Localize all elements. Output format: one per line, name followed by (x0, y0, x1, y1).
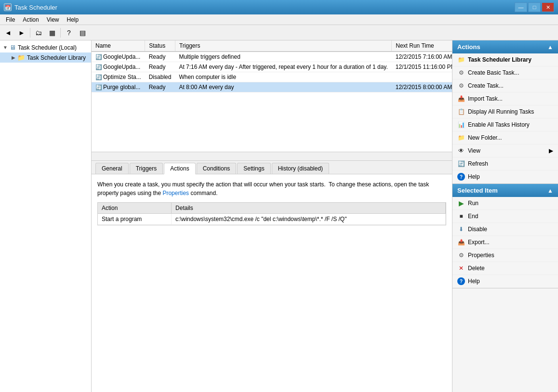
title-bar: 📅 Task Scheduler — □ ✕ (0, 0, 558, 14)
enable-icon: 📊 (457, 121, 465, 129)
toolbar-separator-2 (60, 28, 61, 38)
import-icon: 📥 (457, 95, 465, 103)
panel-item-display-running[interactable]: 📋 Display All Running Tasks (452, 105, 558, 118)
panel-title-selected: Selected Item (457, 187, 498, 194)
back-button[interactable]: ◄ (2, 27, 14, 39)
title-bar-left: 📅 Task Scheduler (4, 3, 57, 11)
panel-item-refresh[interactable]: 🔄 Refresh (452, 157, 558, 170)
minimize-button[interactable]: — (515, 2, 527, 12)
properties-icon: ⚙ (457, 251, 465, 259)
folder-icon: 📁 (17, 54, 25, 61)
action-details: c:\windows\system32\cmd.exe /c "del c:\w… (172, 214, 446, 225)
panel-label-delete: Delete (468, 265, 485, 272)
help-button[interactable]: ? (63, 27, 75, 39)
tab-settings[interactable]: Settings (237, 163, 270, 174)
panel-label-disable: Disable (468, 226, 487, 233)
panel-item-view[interactable]: 👁 View ▶ (452, 144, 558, 157)
task-status-2: Ready (145, 62, 175, 72)
forward-button[interactable]: ► (15, 27, 28, 39)
display-icon: 📋 (457, 108, 465, 116)
panel-item-export[interactable]: 📤 Export... (452, 236, 558, 249)
panel-label-enable-history: Enable All Tasks History (468, 121, 530, 128)
tab-area: General Triggers Actions Conditions Sett… (92, 161, 452, 392)
tab-triggers[interactable]: Triggers (130, 163, 163, 174)
panel-label-export: Export... (468, 239, 490, 246)
maximize-button[interactable]: □ (528, 2, 541, 12)
table-row[interactable]: 🔄GoogleUpda... Ready Multiple triggers d… (92, 52, 452, 62)
col-next-run[interactable]: Next Run Time (392, 40, 452, 52)
menu-file[interactable]: File (2, 15, 19, 24)
tab-history[interactable]: History (disabled) (272, 163, 329, 174)
details-button[interactable]: ▦ (46, 27, 58, 39)
tab-bar: General Triggers Actions Conditions Sett… (92, 161, 452, 174)
menu-view[interactable]: View (43, 15, 63, 24)
panel-collapse-arrow: ▲ (547, 44, 553, 51)
task-triggers-2: At 7:16 AM every day - After triggered, … (175, 62, 391, 72)
panel-item-help-selected[interactable]: ? Help (452, 275, 558, 288)
action-row[interactable]: Start a program c:\windows\system32\cmd.… (98, 214, 446, 225)
task-status-1: Ready (145, 52, 175, 62)
panel-item-create-basic[interactable]: ⚙ Create Basic Task... (452, 66, 558, 79)
col-triggers[interactable]: Triggers (175, 40, 391, 52)
tab-actions[interactable]: Actions (164, 163, 195, 174)
action-col-action: Action (98, 203, 172, 214)
sidebar-item-library[interactable]: ▶ 📁 Task Scheduler Library (0, 52, 91, 63)
table-row[interactable]: 🔄Optimize Sta... Disabled When computer … (92, 72, 452, 82)
panel-label-create-basic: Create Basic Task... (468, 69, 519, 76)
panel-item-enable-history[interactable]: 📊 Enable All Tasks History (452, 118, 558, 131)
expand-icon-library: ▶ (12, 55, 15, 60)
task-table-scroll[interactable]: Name Status Triggers Next Run Time 🔄Goog… (92, 40, 452, 152)
panel-label-create-task: Create Task... (468, 82, 504, 89)
task-nextrun-2: 12/1/2015 11:16:00 PM (392, 62, 452, 72)
show-hide-button[interactable]: 🗂 (32, 27, 45, 39)
panel-item-library[interactable]: 📁 Task Scheduler Library (452, 53, 558, 66)
panel-item-properties[interactable]: ⚙ Properties (452, 249, 558, 262)
tab-conditions[interactable]: Conditions (197, 163, 237, 174)
close-button[interactable]: ✕ (542, 2, 554, 12)
main-layout: ▼ 🖥 Task Scheduler (Local) ▶ 📁 Task Sche… (0, 40, 558, 392)
panel-label-display-running: Display All Running Tasks (468, 108, 534, 115)
panel-section-actions: Actions ▲ 📁 Task Scheduler Library ⚙ Cre… (452, 40, 558, 184)
tab-general[interactable]: General (95, 163, 129, 174)
table-row[interactable]: 🔄GoogleUpda... Ready At 7:16 AM every da… (92, 62, 452, 72)
task-status-4: Ready (145, 82, 175, 92)
create-basic-icon: ⚙ (457, 69, 465, 77)
task-nextrun-1: 12/2/2015 7:16:00 AM (392, 52, 452, 62)
panel-item-help-actions[interactable]: ? Help (452, 170, 558, 183)
sidebar: ▼ 🖥 Task Scheduler (Local) ▶ 📁 Task Sche… (0, 40, 92, 392)
panel-item-run[interactable]: ▶ Run (452, 197, 558, 210)
panel-item-disable[interactable]: ⬇ Disable (452, 223, 558, 236)
panel-header-selected[interactable]: Selected Item ▲ (452, 184, 558, 197)
panel-item-create-task[interactable]: ⚙ Create Task... (452, 79, 558, 92)
panel-item-new-folder[interactable]: 📁 New Folder... (452, 131, 558, 144)
panel-header-actions[interactable]: Actions ▲ (452, 40, 558, 53)
horizontal-scrollbar[interactable] (92, 152, 452, 160)
view-icon: 👁 (457, 147, 465, 155)
center-content: Name Status Triggers Next Run Time 🔄Goog… (92, 40, 452, 392)
refresh-icon: 🔄 (457, 160, 465, 168)
panel-item-import[interactable]: 📥 Import Task... (452, 92, 558, 105)
computer-icon: 🖥 (10, 44, 16, 51)
delete-icon: ✕ (457, 264, 465, 272)
expand-icon: ▼ (3, 45, 8, 50)
properties-button[interactable]: ▤ (76, 27, 89, 39)
col-name[interactable]: Name (92, 40, 145, 52)
menu-action[interactable]: Action (19, 15, 42, 24)
task-triggers-3: When computer is idle (175, 72, 391, 82)
panel-label-help-actions: Help (468, 173, 480, 180)
table-row[interactable]: 🔄Purge global... Ready At 8:00 AM every … (92, 82, 452, 92)
tab-content-actions: When you create a task, you must specify… (92, 174, 452, 392)
sidebar-item-local[interactable]: ▼ 🖥 Task Scheduler (Local) (0, 42, 91, 52)
properties-link[interactable]: Properties (162, 190, 189, 196)
new-folder-icon: 📁 (457, 134, 465, 142)
task-nextrun-3 (392, 72, 452, 82)
panel-item-delete[interactable]: ✕ Delete (452, 262, 558, 275)
task-triggers-1: Multiple triggers defined (175, 52, 391, 62)
menu-bar: File Action View Help (0, 14, 558, 25)
panel-item-end[interactable]: ■ End (452, 210, 558, 223)
action-description: When you create a task, you must specify… (97, 180, 446, 197)
end-icon: ■ (457, 212, 465, 220)
menu-help[interactable]: Help (63, 15, 83, 24)
col-status[interactable]: Status (145, 40, 175, 52)
panel-title-actions: Actions (457, 43, 480, 51)
